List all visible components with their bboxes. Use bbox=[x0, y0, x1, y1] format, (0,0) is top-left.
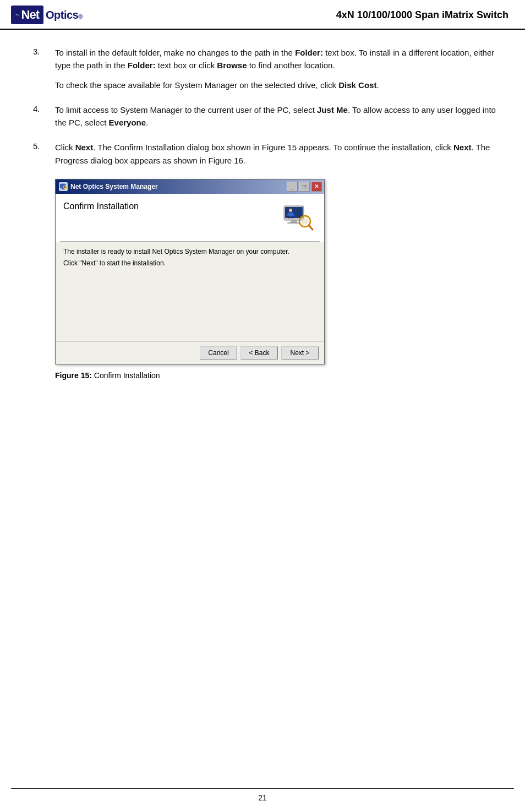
svg-rect-2 bbox=[61, 189, 65, 189]
step-3-para-2: To check the space available for System … bbox=[55, 79, 497, 91]
step-4-number: 4. bbox=[33, 103, 48, 129]
svg-line-11 bbox=[309, 225, 313, 230]
step-3-para-1: To install in the default folder, make n… bbox=[55, 46, 497, 72]
svg-rect-8 bbox=[287, 222, 300, 224]
svg-line-4 bbox=[66, 188, 67, 188]
logo-box: ~Net bbox=[11, 6, 43, 24]
svg-rect-13 bbox=[288, 212, 293, 216]
svg-rect-6 bbox=[285, 207, 303, 218]
step-3-number: 3. bbox=[33, 46, 48, 91]
dialog-app-icon bbox=[59, 182, 68, 191]
dialog-titlebar: Net Optics System Manager _ □ ✕ bbox=[56, 179, 324, 194]
computer-magnifier-icon bbox=[283, 204, 315, 233]
svg-point-12 bbox=[289, 209, 292, 212]
svg-line-16 bbox=[289, 216, 289, 219]
cancel-button[interactable]: Cancel bbox=[200, 346, 237, 359]
step-5-text: Click Next. The Confirm Installation dia… bbox=[55, 141, 497, 167]
logo-registered: ® bbox=[78, 13, 83, 20]
dialog-title-left: Net Optics System Manager bbox=[59, 182, 158, 191]
dialog-window: Net Optics System Manager _ □ ✕ Confirm … bbox=[55, 179, 325, 365]
dialog-right bbox=[281, 201, 316, 233]
step-3-text: To install in the default folder, make n… bbox=[55, 46, 497, 91]
header-title: 4xN 10/100/1000 Span iMatrix Switch bbox=[336, 9, 508, 21]
dialog-footer: Cancel < Back Next > bbox=[56, 341, 324, 364]
main-content: 3. To install in the default folder, mak… bbox=[0, 30, 525, 396]
dialog-title-text: Net Optics System Manager bbox=[70, 183, 158, 190]
dialog-minimize-button[interactable]: _ bbox=[287, 182, 298, 192]
page-footer: 21 bbox=[11, 788, 514, 802]
dialog-message-line1: The installer is ready to install Net Op… bbox=[63, 247, 316, 257]
logo-tilde: ~ bbox=[15, 11, 19, 19]
step-5-number: 5. bbox=[33, 141, 48, 167]
step-4-text: To limit access to System Manager to the… bbox=[55, 103, 497, 129]
dialog-left: Confirm Installation bbox=[63, 201, 276, 218]
logo-optics: Optics® bbox=[46, 9, 83, 21]
step-5: 5. Click Next. The Confirm Installation … bbox=[33, 141, 497, 167]
page-number: 21 bbox=[258, 793, 267, 802]
logo: ~Net Optics® bbox=[11, 6, 83, 24]
step-4: 4. To limit access to System Manager to … bbox=[33, 103, 497, 129]
svg-rect-7 bbox=[291, 220, 297, 222]
back-button[interactable]: < Back bbox=[240, 346, 278, 359]
logo-net: Net bbox=[21, 8, 39, 22]
dialog-message-area: The installer is ready to install Net Op… bbox=[56, 242, 324, 276]
dialog-restore-button[interactable]: □ bbox=[299, 182, 310, 192]
dialog-container: Net Optics System Manager _ □ ✕ Confirm … bbox=[55, 179, 325, 365]
dialog-inner: Confirm Installation bbox=[56, 194, 324, 241]
next-button[interactable]: Next > bbox=[281, 346, 319, 359]
logo-optics-text: Optics bbox=[46, 9, 78, 21]
svg-point-10 bbox=[301, 217, 309, 225]
dialog-spacer bbox=[56, 275, 324, 341]
figure-caption: Figure 15: Confirm Installation bbox=[55, 371, 497, 380]
step-3: 3. To install in the default folder, mak… bbox=[33, 46, 497, 91]
svg-line-17 bbox=[292, 216, 292, 219]
step-4-para-1: To limit access to System Manager to the… bbox=[55, 103, 497, 129]
page-header: ~Net Optics® 4xN 10/100/1000 Span iMatri… bbox=[0, 0, 525, 30]
dialog-heading: Confirm Installation bbox=[63, 201, 276, 211]
step-5-para-1: Click Next. The Confirm Installation dia… bbox=[55, 141, 497, 167]
figure-caption-text: Confirm Installation bbox=[94, 371, 160, 380]
dialog-message-line2: Click "Next" to start the installation. bbox=[63, 259, 316, 268]
figure-label: Figure 15: bbox=[55, 371, 92, 380]
dialog-controls[interactable]: _ □ ✕ bbox=[287, 182, 322, 192]
dialog-close-button[interactable]: ✕ bbox=[311, 182, 322, 192]
